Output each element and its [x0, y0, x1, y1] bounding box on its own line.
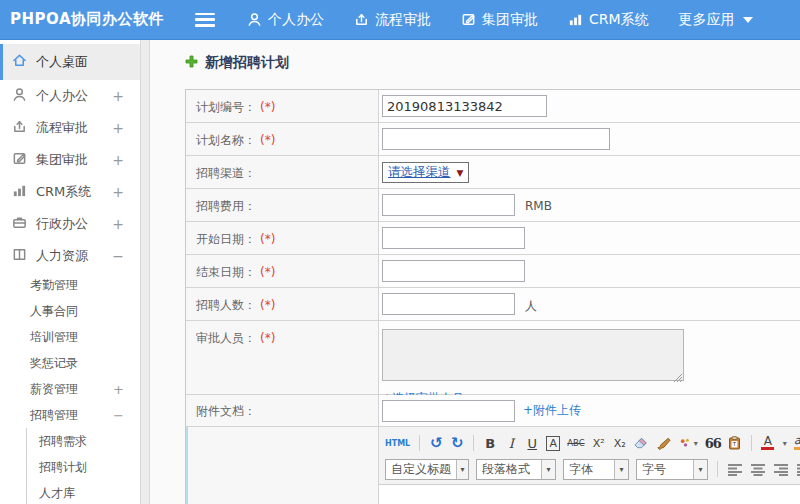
- end-date-input[interactable]: [382, 260, 525, 282]
- topnav-label: 集团审批: [482, 11, 538, 29]
- sidebar-item-talent-pool[interactable]: 人才库: [27, 480, 140, 504]
- sidebar-item-recruit-demand[interactable]: 招聘需求: [27, 428, 140, 454]
- sidebar-item-crm-system[interactable]: CRM系统 +: [0, 176, 140, 208]
- sidebar-item-hr-contract[interactable]: 人事合同: [0, 298, 140, 324]
- topnav-label: 个人办公: [268, 11, 324, 29]
- eraser-button[interactable]: [634, 436, 649, 450]
- font-family-select[interactable]: 字体▾: [563, 459, 629, 480]
- plan-name-input[interactable]: [382, 128, 610, 150]
- sidebar-scrollbar[interactable]: [140, 40, 150, 504]
- sidebar-item-reward-punishment[interactable]: 奖惩记录: [0, 350, 140, 376]
- currency-unit: RMB: [525, 199, 552, 213]
- channel-select[interactable]: 请选择渠道 ▼: [382, 162, 469, 183]
- start-date-input[interactable]: [382, 227, 525, 249]
- expand-plus-icon[interactable]: +: [112, 152, 124, 168]
- sidebar-item-training-mgmt[interactable]: 培训管理: [0, 324, 140, 350]
- cost-input[interactable]: [382, 194, 515, 216]
- sidebar-item-label: 奖惩记录: [30, 355, 78, 372]
- expand-plus-icon[interactable]: +: [112, 88, 124, 104]
- expand-plus-icon[interactable]: +: [112, 120, 124, 136]
- form-row-approver: 审批人员：(*) +选择审批人员: [186, 321, 800, 395]
- field-label: 计划名称：: [196, 133, 256, 147]
- select-arrow-icon: ▼: [457, 168, 464, 178]
- sidebar-item-label: 招聘计划: [39, 459, 87, 476]
- sidebar-item-label: 流程审批: [36, 119, 88, 137]
- expand-plus-icon[interactable]: +: [112, 184, 124, 200]
- sidebar-item-label: 集团审批: [36, 151, 88, 169]
- superscript-button[interactable]: X²: [592, 437, 606, 450]
- highlight-color-button[interactable]: ab: [794, 436, 800, 450]
- italic-button[interactable]: I: [504, 436, 518, 451]
- bar-chart-icon: [12, 183, 27, 201]
- sidebar-item-group-approval[interactable]: 集团审批 +: [0, 144, 140, 176]
- attachment-upload-link[interactable]: +附件上传: [523, 402, 581, 419]
- blockquote-button[interactable]: 66: [705, 436, 721, 451]
- autotypeset-button[interactable]: A: [546, 436, 560, 451]
- form-row-cost: 招聘费用： RMB: [186, 189, 800, 222]
- topnav-crm-system[interactable]: CRM系统: [568, 11, 649, 29]
- sidebar-item-label: 行政办公: [36, 215, 88, 233]
- topnav-workflow-approval[interactable]: 流程审批: [354, 11, 431, 29]
- resize-handle-icon[interactable]: [674, 374, 682, 382]
- hamburger-menu-icon[interactable]: [195, 13, 215, 27]
- undo-button[interactable]: ↺: [429, 434, 443, 452]
- align-justify-button[interactable]: [796, 463, 800, 476]
- collapse-minus-icon[interactable]: −: [113, 408, 124, 423]
- sidebar-item-workflow-approval[interactable]: 流程审批 +: [0, 112, 140, 144]
- sidebar-item-attendance-mgmt[interactable]: 考勤管理: [0, 272, 140, 298]
- sidebar-item-recruit-mgmt[interactable]: 招聘管理−: [0, 402, 140, 428]
- custom-title-select[interactable]: 自定义标题▾: [385, 459, 469, 480]
- underline-button[interactable]: U: [525, 436, 539, 451]
- font-color-button[interactable]: A: [761, 436, 775, 450]
- paragraph-format-select[interactable]: 段落格式▾: [476, 459, 556, 480]
- plan-number-input[interactable]: [382, 95, 547, 117]
- topnav-personal-office[interactable]: 个人办公: [247, 11, 324, 29]
- attachment-input[interactable]: [382, 400, 515, 422]
- paste-text-button[interactable]: T: [728, 436, 742, 450]
- sidebar-item-personal-desktop[interactable]: 个人桌面: [0, 44, 140, 80]
- sidebar-item-salary-mgmt[interactable]: 薪资管理+: [0, 376, 140, 402]
- required-marker: (*): [260, 232, 275, 246]
- field-label: 结束日期：: [196, 265, 256, 279]
- strikethrough-button[interactable]: ABC: [567, 438, 584, 448]
- sidebar-item-recruit-plan[interactable]: 招聘计划: [27, 454, 140, 480]
- align-right-button[interactable]: [773, 463, 789, 476]
- subscript-button[interactable]: X₂: [613, 437, 627, 450]
- field-label: 审批人员：: [196, 331, 256, 345]
- font-size-select[interactable]: 字号▾: [636, 459, 708, 480]
- format-brush-button[interactable]: [656, 436, 671, 450]
- rich-text-editor: HTML ↺ ↻ B I U A ABC X²: [379, 427, 800, 504]
- align-left-button[interactable]: [727, 463, 743, 476]
- editor-toolbar: HTML ↺ ↻ B I U A ABC X²: [379, 427, 800, 485]
- paint-format-button[interactable]: ▾: [678, 436, 698, 450]
- expand-plus-icon[interactable]: +: [113, 382, 124, 397]
- collapse-minus-icon[interactable]: −: [112, 248, 124, 264]
- approver-textarea[interactable]: [382, 329, 684, 381]
- sidebar-item-human-resources[interactable]: 人力资源 −: [0, 240, 140, 272]
- sidebar-item-personal-office[interactable]: 个人办公 +: [0, 80, 140, 112]
- required-marker: (*): [260, 265, 275, 279]
- person-icon: [12, 87, 27, 105]
- headcount-input[interactable]: [382, 293, 515, 315]
- editor-toolbar-row1: HTML ↺ ↻ B I U A ABC X²: [385, 430, 800, 456]
- select-caret-icon: ▾: [693, 460, 707, 479]
- align-center-button[interactable]: [750, 463, 766, 476]
- select-caret-icon: ▾: [541, 460, 555, 479]
- redo-button[interactable]: ↻: [450, 434, 464, 452]
- topnav-more-apps[interactable]: 更多应用: [679, 11, 753, 29]
- sidebar-item-label: 个人办公: [36, 87, 88, 105]
- sidebar-item-label: CRM系统: [36, 183, 91, 201]
- sidebar: 个人桌面 个人办公 + 流程审批 + 集团审批 + CRM系统 +: [0, 40, 140, 504]
- html-source-button[interactable]: HTML: [385, 439, 410, 448]
- form-row-channel: 招聘渠道： 请选择渠道 ▼: [186, 156, 800, 189]
- sidebar-item-admin-office[interactable]: 行政办公 +: [0, 208, 140, 240]
- bold-button[interactable]: B: [483, 436, 497, 451]
- sidebar-item-label: 个人桌面: [36, 53, 88, 71]
- editor-content-area[interactable]: [379, 485, 800, 504]
- topnav-group-approval[interactable]: 集团审批: [461, 11, 538, 29]
- field-label: 招聘人数：: [196, 298, 256, 312]
- required-marker: (*): [260, 331, 275, 345]
- edit-icon: [461, 12, 476, 27]
- expand-plus-icon[interactable]: +: [112, 216, 124, 232]
- home-icon: [12, 53, 27, 71]
